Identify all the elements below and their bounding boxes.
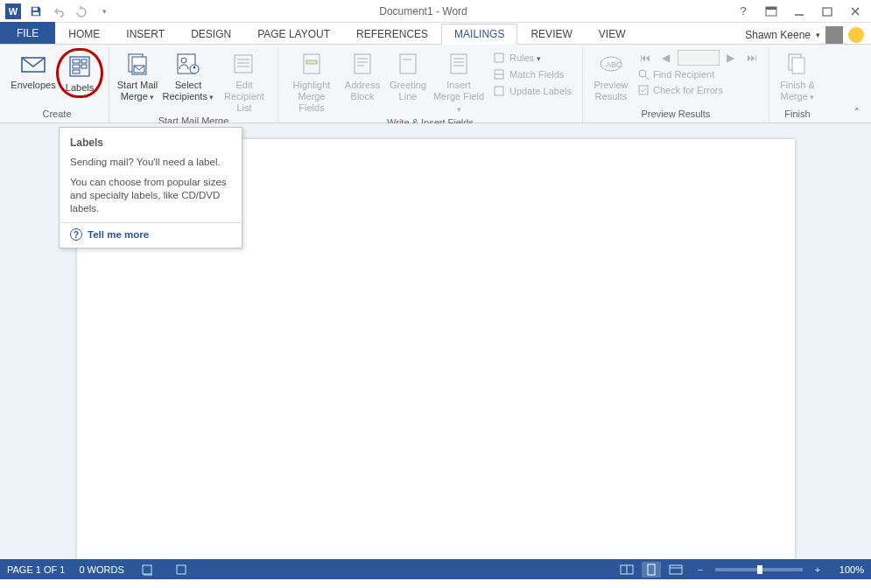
help-icon[interactable]: ? — [733, 1, 754, 22]
find-recipient-label: Find Recipient — [653, 69, 714, 80]
redo-icon[interactable] — [72, 2, 91, 21]
preview-results-button: ABC Preview Results — [588, 48, 634, 104]
write-insert-small-buttons: Rules Match Fields Update Labels — [487, 48, 577, 101]
find-recipient-icon — [637, 68, 650, 80]
spelling-status-icon[interactable] — [138, 562, 158, 578]
save-icon[interactable] — [26, 2, 46, 21]
tab-design[interactable]: DESIGN — [178, 24, 244, 44]
group-create: Envelopes Labels Create — [5, 48, 109, 122]
svg-text:ABC: ABC — [606, 60, 622, 69]
group-start-mail-merge: Start Mail Merge Select Recipients Edit … — [109, 48, 278, 122]
avatar[interactable] — [825, 26, 843, 44]
update-labels-label: Update Labels — [509, 86, 572, 96]
svg-rect-48 — [792, 58, 804, 74]
zoom-out-icon[interactable]: − — [691, 562, 710, 578]
svg-rect-12 — [73, 70, 80, 74]
rules-button: Rules — [490, 50, 573, 66]
preview-results-icon: ABC — [597, 50, 625, 78]
envelopes-label: Envelopes — [11, 80, 55, 91]
close-icon[interactable] — [845, 1, 866, 22]
group-preview-results-label: Preview Results — [642, 108, 711, 121]
greeting-line-button: Greeting Line — [385, 48, 431, 104]
tooltip-tell-me-more[interactable]: ? Tell me more — [70, 228, 231, 241]
last-record-icon: ⏭ — [742, 50, 762, 66]
tab-home[interactable]: HOME — [55, 24, 113, 44]
labels-highlight-annotation: Labels — [56, 48, 103, 98]
tooltip-line1: Sending mail? You'll need a label. — [70, 156, 231, 169]
address-block-icon — [348, 50, 376, 78]
print-layout-icon[interactable] — [642, 562, 661, 578]
quick-access-toolbar: W ▾ — [0, 2, 114, 21]
match-fields-button: Match Fields — [490, 66, 573, 82]
maximize-icon[interactable] — [817, 1, 838, 22]
svg-rect-0 — [33, 7, 38, 10]
zoom-in-icon[interactable]: + — [808, 562, 827, 578]
tab-review[interactable]: REVIEW — [517, 24, 585, 44]
svg-rect-1 — [33, 11, 39, 15]
svg-rect-28 — [355, 54, 370, 74]
feedback-smiley-icon[interactable] — [848, 27, 864, 43]
tooltip-title: Labels — [70, 136, 231, 149]
svg-line-45 — [645, 76, 649, 80]
help-circle-icon: ? — [70, 228, 82, 241]
group-write-insert-fields: Highlight Merge Fields Address Block Gre… — [278, 48, 583, 122]
ribbon-display-options-icon[interactable] — [761, 1, 782, 22]
highlight-merge-fields-icon — [298, 50, 326, 78]
zoom-level[interactable]: 100% — [832, 564, 864, 575]
finish-merge-icon — [783, 50, 811, 78]
svg-rect-5 — [823, 8, 832, 16]
svg-rect-50 — [177, 565, 186, 574]
select-recipients-icon — [174, 50, 202, 78]
user-area[interactable]: Shawn Keene ▾ — [745, 26, 871, 44]
svg-rect-54 — [670, 565, 682, 574]
tab-references[interactable]: REFERENCES — [343, 24, 441, 44]
svg-rect-49 — [143, 565, 151, 574]
minimize-icon[interactable] — [789, 1, 810, 22]
edit-recipient-list-button: Edit Recipient List — [216, 48, 272, 116]
read-mode-icon[interactable] — [617, 562, 636, 578]
select-recipients-button[interactable]: Select Recipients — [160, 48, 216, 105]
title-bar-controls: ? — [733, 1, 871, 22]
edit-recipient-list-label: Edit Recipient List — [218, 80, 270, 114]
zoom-slider[interactable] — [715, 568, 803, 571]
collapse-ribbon-icon[interactable]: ˄ — [850, 105, 864, 119]
address-block-button: Address Block — [340, 48, 385, 104]
web-layout-icon[interactable] — [666, 562, 685, 578]
greeting-line-label: Greeting Line — [387, 80, 429, 102]
macro-status-icon[interactable] — [172, 562, 191, 578]
finish-merge-label: Finish & Merge — [776, 80, 818, 103]
status-page[interactable]: PAGE 1 OF 1 — [7, 564, 65, 575]
highlight-merge-fields-label: Highlight Merge Fields — [285, 80, 338, 114]
word-app-icon[interactable]: W — [4, 2, 23, 21]
svg-point-21 — [193, 66, 196, 69]
labels-label: Labels — [66, 82, 94, 94]
labels-tooltip: Labels Sending mail? You'll need a label… — [59, 127, 242, 248]
next-record-icon: ▶ — [721, 50, 741, 66]
tab-file[interactable]: FILE — [0, 22, 55, 44]
tab-view[interactable]: VIEW — [586, 24, 639, 44]
svg-rect-3 — [766, 7, 776, 10]
check-for-errors-label: Check for Errors — [653, 85, 723, 95]
svg-rect-34 — [451, 54, 467, 74]
insert-merge-field-button: Insert Merge Field — [431, 48, 487, 117]
group-create-label: Create — [42, 108, 71, 121]
svg-point-44 — [639, 70, 646, 77]
tab-insert[interactable]: INSERT — [113, 24, 178, 44]
qat-customize-icon[interactable]: ▾ — [95, 2, 114, 21]
svg-rect-53 — [648, 564, 655, 575]
update-labels-icon — [492, 84, 506, 98]
rules-label: Rules — [509, 52, 541, 63]
group-preview-results: ABC Preview Results ⏮ ◀ ▶ ⏭ Find Recipie… — [583, 48, 769, 122]
insert-merge-field-icon — [445, 50, 473, 78]
prev-record-icon: ◀ — [657, 50, 676, 66]
status-words[interactable]: 0 WORDS — [79, 564, 123, 575]
tooltip-line2: You can choose from popular sizes and sp… — [70, 176, 231, 215]
tab-mailings[interactable]: MAILINGS — [441, 24, 517, 45]
labels-button[interactable]: Labels — [60, 51, 99, 95]
tab-page-layout[interactable]: PAGE LAYOUT — [244, 24, 343, 44]
svg-rect-10 — [73, 60, 80, 63]
undo-icon[interactable] — [49, 2, 68, 21]
envelopes-button[interactable]: Envelopes — [11, 48, 56, 93]
start-mail-merge-button[interactable]: Start Mail Merge — [115, 48, 160, 105]
group-finish-label: Finish — [784, 108, 810, 121]
